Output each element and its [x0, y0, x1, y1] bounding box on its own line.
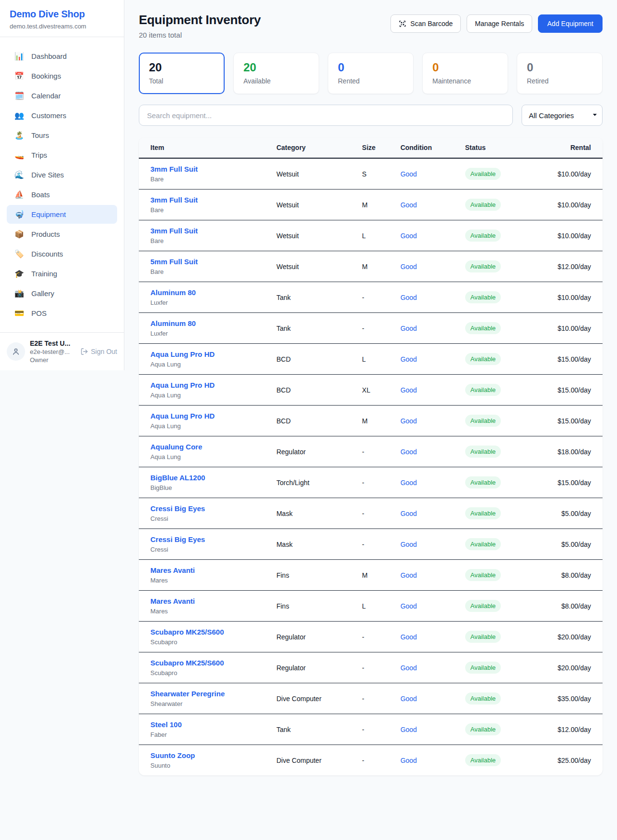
sidebar-item-tours[interactable]: 🏝️Tours: [7, 126, 117, 145]
item-cell: Scubapro MK25/S600Scubapro: [139, 622, 270, 652]
condition-link[interactable]: Good: [401, 201, 417, 209]
sidebar-item-products[interactable]: 📦Products: [7, 225, 117, 244]
item-name-link[interactable]: 3mm Full Suit: [150, 196, 265, 204]
sidebar-item-calendar[interactable]: 🗓️Calendar: [7, 86, 117, 105]
condition-link[interactable]: Good: [401, 571, 417, 579]
sidebar-item-dashboard[interactable]: 📊Dashboard: [7, 47, 117, 66]
condition-link[interactable]: Good: [401, 602, 417, 610]
condition-link[interactable]: Good: [401, 726, 417, 733]
status-badge: Available: [465, 476, 501, 488]
item-name-link[interactable]: BigBlue AL1200: [150, 474, 265, 482]
condition-link[interactable]: Good: [401, 479, 417, 487]
user-name: E2E Test U...: [30, 339, 76, 347]
brand-name[interactable]: Demo Dive Shop: [10, 9, 114, 20]
condition-cell: Good: [395, 375, 459, 406]
sidebar-item-label: Boats: [31, 190, 50, 199]
item-name-link[interactable]: Aqua Lung Pro HD: [150, 412, 265, 420]
status-badge: Available: [465, 507, 501, 519]
sidebar-item-discounts[interactable]: 🏷️Discounts: [7, 244, 117, 263]
item-name-link[interactable]: Suunto Zoop: [150, 751, 265, 759]
sidebar-item-equipment[interactable]: 🤿Equipment: [7, 205, 117, 224]
condition-link[interactable]: Good: [401, 633, 417, 641]
condition-link[interactable]: Good: [401, 263, 417, 271]
condition-link[interactable]: Good: [401, 355, 417, 363]
size-cell: -: [356, 714, 395, 745]
island-icon: 🏝️: [14, 131, 24, 140]
category-cell: Wetsuit: [270, 251, 356, 282]
item-name-link[interactable]: 3mm Full Suit: [150, 165, 265, 173]
stat-card-maintenance[interactable]: 0Maintenance: [422, 53, 508, 94]
size-cell: -: [356, 282, 395, 313]
table-row: Scubapro MK25/S600ScubaproRegulator-Good…: [139, 652, 603, 683]
status-badge: Available: [465, 230, 501, 242]
sidebar-item-customers[interactable]: 👥Customers: [7, 106, 117, 125]
item-brand: Bare: [150, 237, 265, 244]
status-cell: Available: [459, 251, 552, 282]
sidebar-item-bookings[interactable]: 📅Bookings: [7, 67, 117, 85]
item-name-link[interactable]: Shearwater Peregrine: [150, 690, 265, 698]
table-row: Suunto ZoopSuuntoDive Computer-GoodAvail…: [139, 745, 603, 776]
condition-link[interactable]: Good: [401, 695, 417, 703]
item-name-link[interactable]: Cressi Big Eyes: [150, 504, 265, 513]
item-name-link[interactable]: Aluminum 80: [150, 288, 265, 297]
item-name-link[interactable]: Steel 100: [150, 720, 265, 729]
condition-link[interactable]: Good: [401, 232, 417, 240]
sidebar-item-dive-sites[interactable]: 🌊Dive Sites: [7, 165, 117, 184]
condition-link[interactable]: Good: [401, 325, 417, 332]
diving-mask-icon: 🤿: [14, 210, 24, 219]
item-name-link[interactable]: Scubapro MK25/S600: [150, 659, 265, 667]
user-box: E2E Test U... e2e-tester@... Owner Sign …: [0, 332, 124, 370]
stat-value: 0: [432, 61, 498, 74]
condition-link[interactable]: Good: [401, 448, 417, 456]
sidebar-item-trips[interactable]: 🚤Trips: [7, 146, 117, 164]
stat-card-retired[interactable]: 0Retired: [517, 53, 603, 94]
item-name-link[interactable]: Aluminum 80: [150, 319, 265, 327]
condition-link[interactable]: Good: [401, 294, 417, 301]
item-brand: Luxfer: [150, 299, 265, 306]
item-name-link[interactable]: Aqua Lung Pro HD: [150, 381, 265, 389]
scan-barcode-button[interactable]: Scan Barcode: [390, 14, 461, 33]
stat-card-rented[interactable]: 0Rented: [328, 53, 414, 94]
sidebar-item-label: Gallery: [31, 289, 54, 298]
category-cell: BCD: [270, 375, 356, 406]
condition-link[interactable]: Good: [401, 510, 417, 517]
condition-link[interactable]: Good: [401, 417, 417, 425]
item-name-link[interactable]: Mares Avanti: [150, 566, 265, 574]
condition-link[interactable]: Good: [401, 170, 417, 178]
status-cell: Available: [459, 158, 552, 190]
item-name-link[interactable]: Cressi Big Eyes: [150, 535, 265, 543]
rental-price: $10.00/day: [552, 313, 603, 344]
page-title: Equipment Inventory: [139, 13, 261, 27]
condition-link[interactable]: Good: [401, 541, 417, 548]
condition-link[interactable]: Good: [401, 386, 417, 394]
sign-out-button[interactable]: Sign Out: [80, 348, 117, 355]
condition-cell: Good: [395, 745, 459, 776]
item-name-link[interactable]: Scubapro MK25/S600: [150, 628, 265, 636]
status-cell: Available: [459, 406, 552, 436]
item-cell: Shearwater PeregrineShearwater: [139, 683, 270, 714]
manage-rentals-button[interactable]: Manage Rentals: [467, 14, 532, 33]
logout-icon: [80, 348, 88, 355]
search-input[interactable]: [139, 105, 513, 126]
people-icon: 👥: [14, 111, 24, 120]
stat-card-available[interactable]: 20Available: [233, 53, 319, 94]
item-brand: Bare: [150, 268, 265, 275]
equipment-table: ItemCategorySizeConditionStatusRental 3m…: [139, 137, 603, 775]
item-name-link[interactable]: 5mm Full Suit: [150, 257, 265, 266]
status-cell: Available: [459, 714, 552, 745]
item-name-link[interactable]: Mares Avanti: [150, 597, 265, 605]
status-badge: Available: [465, 322, 501, 334]
stat-card-total[interactable]: 20Total: [139, 53, 225, 94]
sidebar-item-pos[interactable]: 💳POS: [7, 304, 117, 323]
item-name-link[interactable]: Aqualung Core: [150, 443, 265, 451]
condition-link[interactable]: Good: [401, 664, 417, 672]
filters-row: All Categories: [139, 105, 603, 126]
item-name-link[interactable]: Aqua Lung Pro HD: [150, 350, 265, 358]
condition-link[interactable]: Good: [401, 757, 417, 764]
sidebar-item-boats[interactable]: ⛵Boats: [7, 185, 117, 204]
sidebar-item-gallery[interactable]: 📸Gallery: [7, 284, 117, 303]
sidebar-item-training[interactable]: 🎓Training: [7, 264, 117, 283]
category-select[interactable]: All Categories: [522, 105, 603, 126]
add-equipment-button[interactable]: Add Equipment: [538, 14, 603, 33]
item-name-link[interactable]: 3mm Full Suit: [150, 227, 265, 235]
